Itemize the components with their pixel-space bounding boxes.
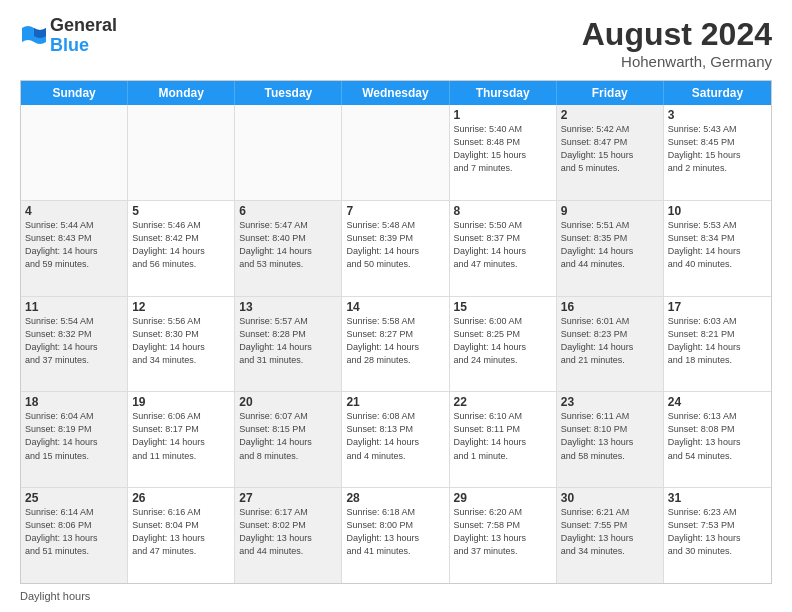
day-number: 15 — [454, 300, 552, 314]
day-number: 21 — [346, 395, 444, 409]
day-info: Sunrise: 6:10 AM Sunset: 8:11 PM Dayligh… — [454, 410, 552, 462]
day-of-week-header: Saturday — [664, 81, 771, 105]
logo-icon — [20, 22, 48, 50]
calendar-cell: 14Sunrise: 5:58 AM Sunset: 8:27 PM Dayli… — [342, 297, 449, 392]
calendar-cell: 18Sunrise: 6:04 AM Sunset: 8:19 PM Dayli… — [21, 392, 128, 487]
calendar-cell: 2Sunrise: 5:42 AM Sunset: 8:47 PM Daylig… — [557, 105, 664, 200]
calendar-row: 4Sunrise: 5:44 AM Sunset: 8:43 PM Daylig… — [21, 201, 771, 297]
day-number: 1 — [454, 108, 552, 122]
calendar-cell: 19Sunrise: 6:06 AM Sunset: 8:17 PM Dayli… — [128, 392, 235, 487]
day-number: 3 — [668, 108, 767, 122]
day-of-week-header: Tuesday — [235, 81, 342, 105]
calendar-row: 1Sunrise: 5:40 AM Sunset: 8:48 PM Daylig… — [21, 105, 771, 201]
day-number: 2 — [561, 108, 659, 122]
calendar-cell: 8Sunrise: 5:50 AM Sunset: 8:37 PM Daylig… — [450, 201, 557, 296]
day-of-week-header: Wednesday — [342, 81, 449, 105]
day-number: 8 — [454, 204, 552, 218]
daylight-label: Daylight hours — [20, 590, 90, 602]
day-number: 14 — [346, 300, 444, 314]
calendar-cell: 25Sunrise: 6:14 AM Sunset: 8:06 PM Dayli… — [21, 488, 128, 583]
day-number: 5 — [132, 204, 230, 218]
day-info: Sunrise: 6:00 AM Sunset: 8:25 PM Dayligh… — [454, 315, 552, 367]
day-number: 20 — [239, 395, 337, 409]
day-number: 22 — [454, 395, 552, 409]
day-info: Sunrise: 5:51 AM Sunset: 8:35 PM Dayligh… — [561, 219, 659, 271]
day-of-week-header: Friday — [557, 81, 664, 105]
day-number: 27 — [239, 491, 337, 505]
calendar-cell: 1Sunrise: 5:40 AM Sunset: 8:48 PM Daylig… — [450, 105, 557, 200]
footer: Daylight hours — [20, 590, 772, 602]
day-info: Sunrise: 6:14 AM Sunset: 8:06 PM Dayligh… — [25, 506, 123, 558]
day-number: 17 — [668, 300, 767, 314]
calendar-cell: 31Sunrise: 6:23 AM Sunset: 7:53 PM Dayli… — [664, 488, 771, 583]
title-block: August 2024 Hohenwarth, Germany — [582, 16, 772, 70]
day-info: Sunrise: 5:53 AM Sunset: 8:34 PM Dayligh… — [668, 219, 767, 271]
day-info: Sunrise: 5:54 AM Sunset: 8:32 PM Dayligh… — [25, 315, 123, 367]
location: Hohenwarth, Germany — [582, 53, 772, 70]
day-number: 4 — [25, 204, 123, 218]
day-info: Sunrise: 5:46 AM Sunset: 8:42 PM Dayligh… — [132, 219, 230, 271]
day-number: 19 — [132, 395, 230, 409]
day-info: Sunrise: 5:42 AM Sunset: 8:47 PM Dayligh… — [561, 123, 659, 175]
day-info: Sunrise: 6:03 AM Sunset: 8:21 PM Dayligh… — [668, 315, 767, 367]
day-info: Sunrise: 6:17 AM Sunset: 8:02 PM Dayligh… — [239, 506, 337, 558]
calendar-cell: 28Sunrise: 6:18 AM Sunset: 8:00 PM Dayli… — [342, 488, 449, 583]
calendar-cell: 5Sunrise: 5:46 AM Sunset: 8:42 PM Daylig… — [128, 201, 235, 296]
month-year: August 2024 — [582, 16, 772, 53]
calendar-cell: 10Sunrise: 5:53 AM Sunset: 8:34 PM Dayli… — [664, 201, 771, 296]
day-number: 31 — [668, 491, 767, 505]
day-number: 29 — [454, 491, 552, 505]
calendar-cell: 23Sunrise: 6:11 AM Sunset: 8:10 PM Dayli… — [557, 392, 664, 487]
calendar-cell: 12Sunrise: 5:56 AM Sunset: 8:30 PM Dayli… — [128, 297, 235, 392]
logo: General Blue — [20, 16, 117, 56]
day-of-week-header: Thursday — [450, 81, 557, 105]
day-info: Sunrise: 6:08 AM Sunset: 8:13 PM Dayligh… — [346, 410, 444, 462]
day-info: Sunrise: 6:04 AM Sunset: 8:19 PM Dayligh… — [25, 410, 123, 462]
day-info: Sunrise: 6:13 AM Sunset: 8:08 PM Dayligh… — [668, 410, 767, 462]
logo-line1: General — [50, 16, 117, 36]
calendar-header: SundayMondayTuesdayWednesdayThursdayFrid… — [21, 81, 771, 105]
day-number: 11 — [25, 300, 123, 314]
logo-line2: Blue — [50, 36, 117, 56]
day-info: Sunrise: 6:16 AM Sunset: 8:04 PM Dayligh… — [132, 506, 230, 558]
calendar: SundayMondayTuesdayWednesdayThursdayFrid… — [20, 80, 772, 584]
calendar-cell: 11Sunrise: 5:54 AM Sunset: 8:32 PM Dayli… — [21, 297, 128, 392]
calendar-cell — [21, 105, 128, 200]
day-number: 24 — [668, 395, 767, 409]
day-number: 16 — [561, 300, 659, 314]
day-number: 23 — [561, 395, 659, 409]
day-number: 25 — [25, 491, 123, 505]
calendar-cell: 22Sunrise: 6:10 AM Sunset: 8:11 PM Dayli… — [450, 392, 557, 487]
calendar-cell: 21Sunrise: 6:08 AM Sunset: 8:13 PM Dayli… — [342, 392, 449, 487]
header: General Blue August 2024 Hohenwarth, Ger… — [20, 16, 772, 70]
page: General Blue August 2024 Hohenwarth, Ger… — [0, 0, 792, 612]
day-number: 6 — [239, 204, 337, 218]
calendar-cell: 27Sunrise: 6:17 AM Sunset: 8:02 PM Dayli… — [235, 488, 342, 583]
calendar-cell: 30Sunrise: 6:21 AM Sunset: 7:55 PM Dayli… — [557, 488, 664, 583]
calendar-cell: 7Sunrise: 5:48 AM Sunset: 8:39 PM Daylig… — [342, 201, 449, 296]
day-info: Sunrise: 5:44 AM Sunset: 8:43 PM Dayligh… — [25, 219, 123, 271]
day-number: 30 — [561, 491, 659, 505]
day-info: Sunrise: 5:47 AM Sunset: 8:40 PM Dayligh… — [239, 219, 337, 271]
day-info: Sunrise: 6:20 AM Sunset: 7:58 PM Dayligh… — [454, 506, 552, 558]
calendar-cell: 9Sunrise: 5:51 AM Sunset: 8:35 PM Daylig… — [557, 201, 664, 296]
calendar-row: 11Sunrise: 5:54 AM Sunset: 8:32 PM Dayli… — [21, 297, 771, 393]
calendar-cell: 16Sunrise: 6:01 AM Sunset: 8:23 PM Dayli… — [557, 297, 664, 392]
day-info: Sunrise: 6:18 AM Sunset: 8:00 PM Dayligh… — [346, 506, 444, 558]
calendar-row: 18Sunrise: 6:04 AM Sunset: 8:19 PM Dayli… — [21, 392, 771, 488]
calendar-body: 1Sunrise: 5:40 AM Sunset: 8:48 PM Daylig… — [21, 105, 771, 583]
day-info: Sunrise: 5:43 AM Sunset: 8:45 PM Dayligh… — [668, 123, 767, 175]
calendar-cell: 4Sunrise: 5:44 AM Sunset: 8:43 PM Daylig… — [21, 201, 128, 296]
calendar-cell: 3Sunrise: 5:43 AM Sunset: 8:45 PM Daylig… — [664, 105, 771, 200]
day-number: 12 — [132, 300, 230, 314]
calendar-cell: 26Sunrise: 6:16 AM Sunset: 8:04 PM Dayli… — [128, 488, 235, 583]
day-info: Sunrise: 6:21 AM Sunset: 7:55 PM Dayligh… — [561, 506, 659, 558]
calendar-cell — [235, 105, 342, 200]
calendar-cell: 13Sunrise: 5:57 AM Sunset: 8:28 PM Dayli… — [235, 297, 342, 392]
day-info: Sunrise: 6:07 AM Sunset: 8:15 PM Dayligh… — [239, 410, 337, 462]
day-info: Sunrise: 5:58 AM Sunset: 8:27 PM Dayligh… — [346, 315, 444, 367]
calendar-cell: 15Sunrise: 6:00 AM Sunset: 8:25 PM Dayli… — [450, 297, 557, 392]
calendar-cell — [128, 105, 235, 200]
day-number: 26 — [132, 491, 230, 505]
day-info: Sunrise: 5:50 AM Sunset: 8:37 PM Dayligh… — [454, 219, 552, 271]
